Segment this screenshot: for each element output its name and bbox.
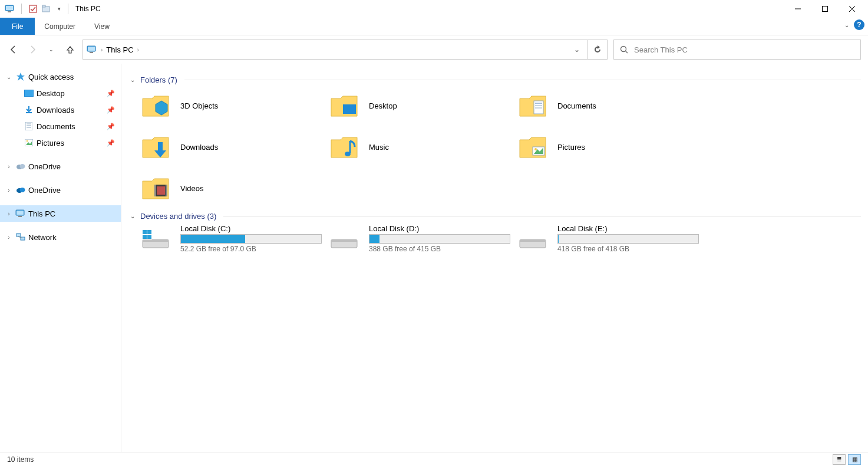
chevron-right-icon[interactable]: ›	[5, 187, 13, 193]
minimize-button[interactable]	[784, 0, 811, 18]
tree-pictures[interactable]: Pictures 📌	[19, 134, 121, 151]
folder-pictures[interactable]: Pictures	[517, 129, 706, 165]
network-icon	[15, 232, 26, 242]
tab-view[interactable]: View	[85, 18, 119, 35]
this-pc-icon	[87, 45, 97, 54]
content-pane: ⌄ Folders (7) 3D Objects Desktop Documen…	[121, 64, 868, 452]
close-button[interactable]	[839, 0, 866, 18]
drive-c[interactable]: Local Disk (C:) 52.2 GB free of 97.0 GB	[140, 224, 329, 253]
chevron-down-icon[interactable]: ⌄	[5, 74, 13, 80]
address-bar[interactable]: › This PC › ⌄	[82, 40, 588, 60]
tree-onedrive[interactable]: › OneDrive	[0, 158, 121, 175]
folder-label: Music	[369, 143, 389, 152]
onedrive-icon	[15, 185, 26, 195]
separator	[184, 80, 861, 80]
folder-downloads[interactable]: Downloads	[140, 129, 329, 165]
drive-label: Local Disk (D:)	[369, 224, 510, 233]
separator	[21, 4, 22, 14]
svg-point-26	[20, 164, 25, 169]
window-title: This PC	[75, 5, 101, 13]
ribbon-expand-icon[interactable]: ⌄	[844, 22, 849, 28]
title-bar: ▾ This PC	[0, 0, 868, 18]
tree-this-pc[interactable]: › This PC	[0, 205, 121, 222]
status-item-count: 10 items	[7, 455, 34, 464]
folder-videos[interactable]: Videos	[140, 170, 329, 206]
folder-3d-objects[interactable]: 3D Objects	[140, 88, 329, 123]
drive-e[interactable]: Local Disk (E:) 418 GB free of 418 GB	[517, 224, 706, 253]
tree-label: Quick access	[28, 73, 74, 81]
search-box[interactable]	[613, 40, 861, 60]
folder-documents[interactable]: Documents	[517, 88, 706, 123]
tree-onedrive[interactable]: › OneDrive	[0, 182, 121, 198]
this-pc-icon	[5, 4, 15, 14]
pin-icon: 📌	[107, 90, 115, 97]
chevron-right-icon[interactable]: ›	[5, 163, 13, 170]
tree-label: Pictures	[37, 139, 64, 147]
svg-rect-59	[520, 239, 546, 242]
help-icon[interactable]: ?	[854, 19, 864, 30]
qat-dropdown-icon[interactable]: ▾	[54, 4, 64, 14]
new-folder-icon[interactable]	[41, 4, 51, 14]
folder-music[interactable]: Music	[329, 129, 517, 165]
chevron-right-icon[interactable]: ›	[5, 211, 13, 217]
chevron-right-icon[interactable]: ›	[5, 234, 13, 241]
svg-rect-46	[154, 185, 156, 196]
tree-label: Documents	[37, 122, 75, 131]
address-history-button[interactable]: ⌄	[570, 45, 583, 54]
drive-d[interactable]: Local Disk (D:) 388 GB free of 415 GB	[329, 224, 517, 253]
folder-icon	[517, 90, 548, 121]
svg-rect-11	[88, 47, 95, 51]
chevron-down-icon[interactable]: ⌄	[128, 77, 137, 83]
details-view-button[interactable]: ≣	[833, 454, 846, 465]
svg-rect-3	[29, 5, 37, 12]
folder-icon	[140, 90, 171, 121]
search-icon	[620, 45, 628, 54]
back-button[interactable]	[8, 44, 19, 55]
svg-rect-18	[25, 122, 32, 130]
breadcrumb-current[interactable]: This PC	[106, 45, 133, 54]
pin-icon: 📌	[107, 139, 115, 147]
tab-file[interactable]: File	[0, 18, 35, 35]
forward-button[interactable]	[27, 44, 38, 55]
folder-desktop[interactable]: Desktop	[329, 88, 517, 123]
drive-label: Local Disk (C:)	[180, 224, 322, 233]
tree-documents[interactable]: Documents 📌	[19, 118, 121, 134]
group-header-drives[interactable]: ⌄ Devices and drives (3)	[128, 212, 861, 221]
svg-rect-2	[8, 11, 11, 12]
properties-icon[interactable]	[28, 4, 38, 14]
tree-quick-access[interactable]: ⌄ Quick access	[0, 68, 121, 85]
drive-icon	[329, 228, 359, 251]
folder-icon	[329, 90, 359, 121]
svg-point-24	[27, 140, 28, 142]
maximize-button[interactable]	[811, 0, 839, 18]
drive-label: Local Disk (E:)	[557, 224, 699, 233]
tiles-view-button[interactable]: ▦	[848, 454, 861, 465]
svg-rect-36	[343, 104, 356, 114]
downloads-icon	[24, 104, 34, 115]
svg-rect-52	[143, 230, 147, 234]
tree-label: Downloads	[37, 106, 74, 114]
folder-label: Downloads	[180, 143, 218, 152]
group-title: Folders (7)	[140, 76, 177, 84]
chevron-right-icon[interactable]: ›	[137, 47, 139, 53]
drive-free-text: 52.2 GB free of 97.0 GB	[180, 245, 322, 253]
tab-computer[interactable]: Computer	[35, 18, 85, 35]
status-bar: 10 items ≣ ▦	[0, 452, 868, 466]
svg-marker-15	[16, 73, 25, 81]
search-input[interactable]	[634, 45, 854, 54]
recent-locations-button[interactable]: ⌄	[46, 44, 57, 55]
svg-rect-48	[157, 186, 165, 195]
refresh-button[interactable]	[588, 40, 608, 60]
svg-rect-7	[823, 6, 828, 12]
chevron-right-icon[interactable]: ›	[101, 47, 103, 53]
svg-line-14	[626, 51, 628, 54]
tree-downloads[interactable]: Downloads 📌	[19, 101, 121, 118]
chevron-down-icon[interactable]: ⌄	[128, 213, 137, 219]
drive-usage-bar	[369, 234, 510, 244]
svg-rect-31	[18, 216, 22, 217]
up-button[interactable]	[65, 44, 75, 55]
group-header-folders[interactable]: ⌄ Folders (7)	[128, 76, 861, 84]
tree-desktop[interactable]: Desktop 📌	[19, 85, 121, 101]
desktop-icon	[24, 88, 34, 99]
tree-network[interactable]: › Network	[0, 229, 121, 245]
